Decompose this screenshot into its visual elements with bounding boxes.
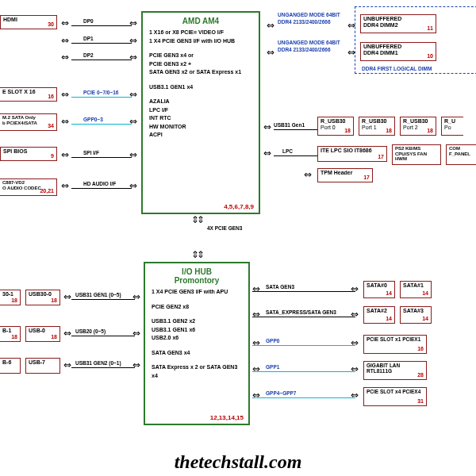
peripheral-block: GIGABIT LAN RTL8111G28	[363, 361, 427, 380]
bus-arrow: ⇔	[252, 390, 260, 400]
amd-am4-chip: AMD AM4 1 X16 or X8 PCIE= VIDEO I/F1 X4 …	[141, 11, 260, 214]
usb-block: B-6	[0, 358, 21, 374]
bus-arrow: ⇔	[61, 52, 69, 62]
usb-block: USB-7	[25, 358, 60, 374]
peripheral-block: PCIE SLOT x4 PCIEX431	[363, 387, 427, 406]
peripheral-block: C887-VD2O AUDIO CODEC20,21	[0, 178, 57, 196]
mem-mode-label: UNGANGED MODE 64BIT	[278, 40, 340, 45]
am4-feature: USB3.1 GEN1 x4	[149, 83, 252, 92]
connector-line	[252, 317, 355, 317]
connector-line	[71, 60, 132, 60]
bus-label: USB31 GEN2 (0~1)	[75, 360, 121, 366]
bus-arrow: ⇔	[347, 48, 355, 57]
bus-label: HD AUDIO I/F	[83, 181, 116, 186]
hub-feature: PCIE GEN2 x8	[152, 303, 242, 312]
am4-feature: 1 X16 or X8 PCIE= VIDEO I/F	[149, 29, 252, 37]
hub-feature: 1 X4 PCIE GEN3 I/F with APU	[152, 288, 242, 297]
am4-feature: 1 X4 PCIE GEN3 I/F with I/O HUB	[149, 37, 252, 46]
usb-block: USB30-018	[25, 290, 60, 305]
bus-arrow: ⇔	[129, 18, 137, 28]
peripheral-block: SATA#314	[400, 306, 432, 324]
bus-arrow: ⇔	[252, 364, 260, 374]
bus-arrow: ⇔	[61, 36, 69, 45]
bus-label: SPI I/F	[83, 150, 99, 155]
usb-port-block: R_USB30Port 218	[400, 117, 436, 136]
bus-arrow: ⇔	[129, 181, 137, 190]
ps2-fan-hwm-block: PS2 KB/MSCPU/SYS FANHWM	[392, 144, 441, 165]
bus-arrow: ⇔	[252, 338, 260, 347]
connector-line	[274, 155, 317, 156]
bus-arrow: ⇔	[61, 90, 69, 99]
bus-arrow: ⇔	[304, 170, 312, 179]
hub-title1: I/O HUB	[152, 267, 242, 276]
bus-arrow: ⇔	[132, 292, 140, 301]
connector-line	[71, 97, 132, 98]
ite-sio-block: ITE LPC SIO IT8686 17	[317, 146, 387, 162]
connector-line	[71, 188, 132, 189]
bus-arrow: ⇔	[351, 284, 359, 294]
connector-line	[71, 25, 132, 26]
connector-line	[71, 367, 135, 368]
dimm-block: UNBUFFEREDDDR4 DIMM211	[360, 14, 436, 33]
peripheral-block: SPI BIOS9	[0, 147, 57, 161]
bus-arrow: ⇔	[129, 90, 137, 99]
connector-line	[252, 291, 355, 292]
connector-line	[71, 299, 135, 300]
connector-line	[252, 371, 355, 372]
watermark: thetechstall.com	[0, 451, 476, 473]
mem-speed-label: DDR4 2133/2400/2666	[278, 47, 331, 52]
bus-arrow: ⇔	[61, 181, 69, 190]
mem-speed-label: DDR4 2133/2400/2666	[278, 19, 331, 25]
bus-arrow: ⇔	[63, 360, 71, 370]
bridge-label: 4X PCIE GEN3	[207, 225, 247, 231]
usb-block: 30-118	[0, 290, 21, 305]
bus-label: DP1	[83, 36, 94, 41]
dimm-block: UNBUFFEREDDDR4 DIMM110	[360, 42, 436, 61]
bus-arrow: ⇔	[351, 338, 359, 347]
bus-label: GPP0	[266, 338, 279, 344]
bus-label: DP2	[83, 52, 94, 58]
bus-arrow: ⇔	[347, 21, 355, 30]
bus-arrow: ⇔	[351, 390, 359, 400]
bus-label: DP0	[83, 18, 94, 24]
bus-arrow: ⇔	[63, 292, 71, 301]
usb-port-block: R_UPo	[441, 117, 463, 136]
mem-mode-label: UNGANGED MODE 64BIT	[278, 12, 340, 17]
bus-arrow: ⇔	[129, 150, 137, 159]
hub-feature: USB3.1 GEN1 x6	[152, 326, 242, 335]
am4-feature: HW MONITOR	[149, 123, 252, 132]
peripheral-block: E SLOT X 1616	[0, 87, 57, 102]
am4-feature: ACPI	[149, 131, 252, 140]
bus-label: SATA_EXPRESS/SATA GEN3	[266, 309, 336, 315]
am4-feature: PCIE GEN3 x2 +	[149, 60, 252, 69]
connector-line	[252, 345, 355, 346]
hub-feature: SATA Express x 2 or SATA GEN3 x4	[152, 363, 242, 380]
bus-arrow: ⇕	[197, 250, 205, 259]
peripheral-block: SATA#014	[363, 281, 395, 298]
lpc-bus-label: LPC	[282, 148, 293, 154]
bus-arrow: ⇔	[351, 309, 359, 319]
connector-line	[274, 129, 317, 130]
ddr-group-label: DDR4 FIRST LOGICAL DIMM	[362, 66, 432, 71]
am4-feature: SATA GEN3 x2 or SATA Express x1	[149, 68, 252, 77]
peripheral-block: SATA#214	[363, 306, 395, 324]
peripheral-block: PCIE SLOT x1 PCIEX116	[363, 335, 427, 354]
bus-arrow: ⇔	[61, 117, 69, 126]
connector-line	[71, 43, 132, 44]
peripheral-block: M.2 SATA Onlyb PCIEX4/SATA34	[0, 113, 57, 131]
bus-arrow: ⇔	[263, 148, 271, 158]
am4-feature: PCIE GEN3 x4 or	[149, 52, 252, 60]
bus-arrow: ⇔	[129, 117, 137, 126]
bus-label: USB20 (0~5)	[75, 328, 106, 334]
bus-arrow: ⇔	[252, 284, 260, 294]
bus-label: GPP4~GPP7	[266, 390, 296, 396]
hub-feature: SATA GEN3 x4	[152, 349, 242, 358]
hub-pages: 12,13,14,15	[210, 414, 244, 421]
peripheral-block: HDMI30	[0, 15, 57, 29]
bus-arrow: ⇔	[61, 150, 69, 159]
bus-label: SATA GEN3	[266, 284, 294, 290]
bus-arrow: ⇕	[197, 215, 205, 225]
usb-block: B-118	[0, 326, 21, 342]
connector-line	[71, 336, 135, 336]
bus-arrow: ⇔	[129, 52, 137, 62]
